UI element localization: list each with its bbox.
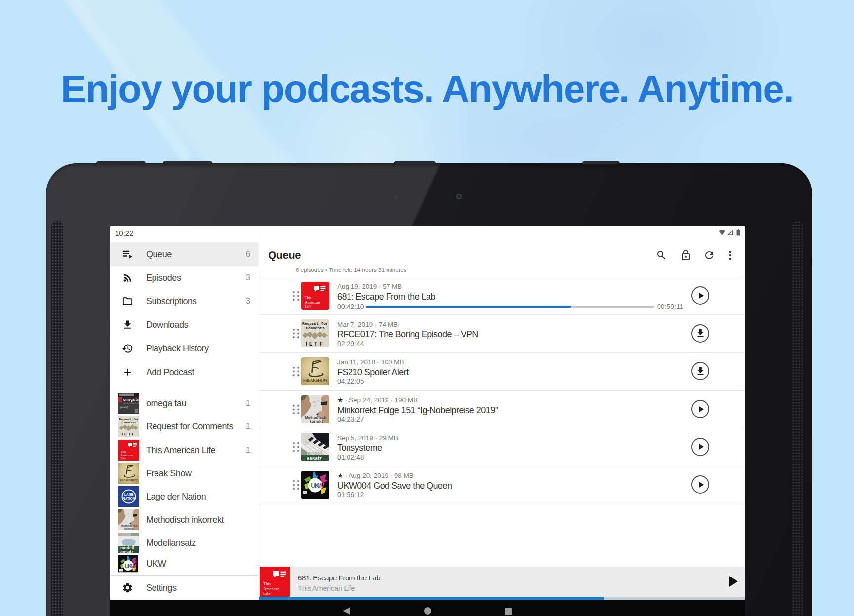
svg-text:Comments: Comments (306, 326, 325, 330)
svg-text:IETF: IETF (122, 432, 136, 436)
svg-text:This: This (263, 581, 271, 586)
svg-text:Life: Life (263, 591, 270, 596)
svg-text:Comments: Comments (122, 421, 136, 424)
svg-text:American: American (305, 300, 320, 305)
svg-text:FREAKSHOW: FREAKSHOW (120, 478, 138, 481)
svg-text:Life: Life (305, 305, 311, 309)
svg-text:This: This (305, 296, 311, 300)
svg-text:modell: modell (307, 451, 322, 456)
svg-text:ansatz: ansatz (307, 456, 322, 461)
svg-text:This: This (121, 450, 126, 453)
svg-text:Request for: Request for (302, 321, 328, 326)
svg-text:korrekt: korrekt (310, 419, 323, 424)
svg-text:American: American (263, 586, 280, 591)
svg-text:[details]*: [details]* (120, 406, 129, 409)
svg-text:LAGE: LAGE (124, 492, 134, 496)
svg-text:Request for: Request for (119, 418, 139, 421)
svg-text:American: American (121, 453, 133, 456)
svg-text:W: W (318, 482, 324, 489)
svg-text:omega tau: omega tau (123, 398, 139, 402)
svg-text:Life: Life (121, 457, 126, 460)
svg-text:science & engineering: science & engineering (123, 402, 139, 404)
svg-text:NATION: NATION (123, 497, 135, 500)
svg-text:korrekt: korrekt (124, 527, 134, 530)
svg-text:W: W (131, 563, 137, 570)
svg-text:FREAKSHOW: FREAKSHOW (303, 378, 328, 383)
svg-text:IETF: IETF (306, 341, 325, 346)
